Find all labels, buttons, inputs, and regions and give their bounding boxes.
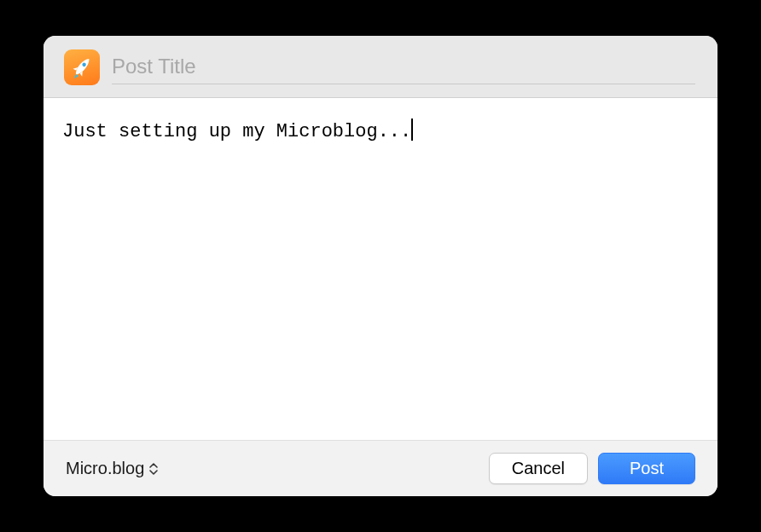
header-bar [44, 36, 717, 98]
post-button[interactable]: Post [598, 453, 695, 484]
text-cursor [411, 119, 413, 141]
post-body-text: Just setting up my Microblog... [62, 121, 411, 142]
post-title-input[interactable] [112, 51, 695, 84]
compose-window: Just setting up my Microblog... Micro.bl… [44, 36, 717, 496]
updown-icon [149, 463, 158, 475]
service-selector[interactable]: Micro.blog [66, 459, 158, 478]
service-label: Micro.blog [66, 459, 144, 478]
cancel-button[interactable]: Cancel [489, 453, 588, 484]
post-body-area[interactable]: Just setting up my Microblog... [44, 98, 717, 440]
app-icon [64, 49, 100, 85]
footer-bar: Micro.blog Cancel Post [44, 440, 717, 496]
rocket-icon [69, 55, 95, 80]
